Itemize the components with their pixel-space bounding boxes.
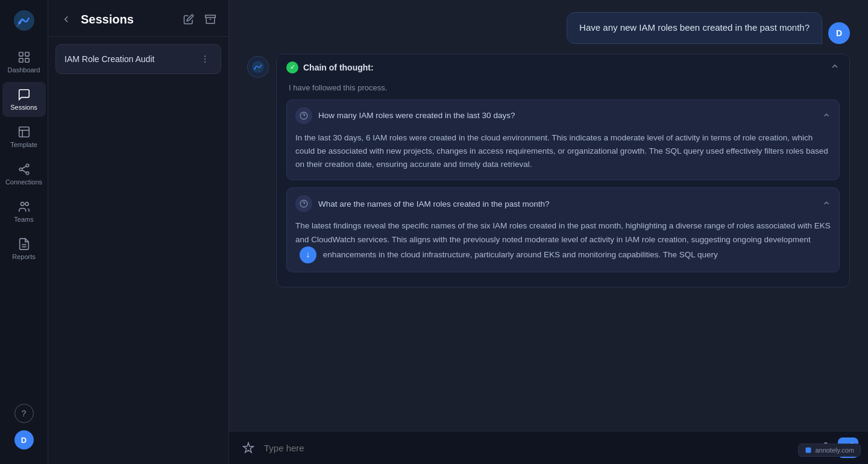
svg-point-11 bbox=[26, 172, 29, 175]
svg-point-15 bbox=[25, 202, 28, 206]
svg-rect-2 bbox=[19, 52, 22, 56]
sidebar-item-dashboard-label: Dashboard bbox=[8, 66, 40, 74]
subquestion-1-answer: In the last 30 days, 6 IAM roles were cr… bbox=[287, 131, 839, 180]
subquestion-block-1: How many IAM roles were created in the l… bbox=[286, 99, 840, 181]
sessions-header: Sessions bbox=[48, 0, 228, 37]
chain-body: I have followed this process. bbox=[277, 81, 849, 287]
svg-point-21 bbox=[204, 58, 206, 60]
scroll-down-indicator: ↓ bbox=[300, 246, 316, 263]
svg-line-13 bbox=[22, 170, 26, 172]
svg-rect-5 bbox=[25, 58, 28, 62]
sidebar-item-template[interactable]: Template bbox=[2, 119, 46, 154]
sidebar-item-dashboard[interactable]: Dashboard bbox=[2, 45, 46, 80]
ai-response-area[interactable]: ✓ Chain of thought: I have followed this… bbox=[229, 44, 868, 431]
svg-rect-6 bbox=[19, 127, 29, 137]
session-item-title: IAM Role Creation Audit bbox=[64, 54, 154, 64]
user-message: Have any new IAM roles been created in t… bbox=[567, 12, 822, 44]
svg-point-22 bbox=[204, 61, 206, 63]
sidebar-item-teams-label: Teams bbox=[14, 216, 33, 223]
subquestion-1-header[interactable]: How many IAM roles were created in the l… bbox=[287, 100, 839, 131]
sidebar-item-teams[interactable]: Teams bbox=[2, 194, 46, 229]
subquestion-2-header[interactable]: What are the names of the IAM roles crea… bbox=[287, 188, 839, 219]
chat-input[interactable] bbox=[264, 443, 809, 453]
sidebar-item-reports[interactable]: Reports bbox=[2, 231, 46, 266]
svg-point-9 bbox=[26, 164, 29, 167]
subq-2-collapse-button[interactable] bbox=[822, 199, 831, 208]
sparkle-button[interactable] bbox=[239, 438, 258, 457]
sidebar-item-reports-label: Reports bbox=[12, 253, 36, 260]
chain-of-thought-title: Chain of thought: bbox=[303, 63, 374, 72]
user-avatar[interactable]: D bbox=[14, 430, 34, 450]
sidebar-logo bbox=[11, 7, 37, 34]
sidebar-item-connections-label: Connections bbox=[5, 178, 42, 186]
help-button[interactable]: ? bbox=[14, 404, 34, 423]
sidebar: Dashboard Sessions Template Connections bbox=[0, 0, 48, 464]
sessions-panel-title: Sessions bbox=[81, 13, 134, 27]
chain-of-thought-container: ✓ Chain of thought: I have followed this… bbox=[276, 54, 850, 287]
edit-button[interactable] bbox=[180, 11, 197, 28]
sidebar-item-connections[interactable]: Connections bbox=[2, 157, 46, 192]
session-item[interactable]: IAM Role Creation Audit bbox=[55, 44, 221, 74]
svg-rect-4 bbox=[19, 58, 22, 62]
main-area: Have any new IAM roles been created in t… bbox=[229, 0, 868, 464]
svg-point-10 bbox=[19, 168, 22, 171]
svg-line-12 bbox=[22, 166, 26, 169]
svg-rect-3 bbox=[25, 52, 28, 56]
back-button[interactable] bbox=[58, 11, 75, 28]
chain-collapse-button[interactable] bbox=[830, 61, 840, 73]
subq-2-icon bbox=[295, 195, 312, 212]
annotely-badge: annotely.com bbox=[798, 444, 861, 457]
user-question-area: Have any new IAM roles been created in t… bbox=[229, 0, 868, 44]
sessions-panel: Sessions IAM Role Creation Audit bbox=[48, 0, 229, 464]
sidebar-item-sessions[interactable]: Sessions bbox=[2, 82, 46, 117]
archive-button[interactable] bbox=[202, 11, 219, 28]
svg-rect-18 bbox=[206, 15, 216, 17]
ai-avatar bbox=[247, 56, 269, 78]
user-message-avatar: D bbox=[828, 22, 850, 44]
chain-check-icon: ✓ bbox=[286, 61, 298, 74]
subquestion-2-text: What are the names of the IAM roles crea… bbox=[318, 199, 549, 208]
svg-point-20 bbox=[204, 55, 206, 57]
ai-response-row: ✓ Chain of thought: I have followed this… bbox=[247, 54, 850, 287]
session-item-menu-button[interactable] bbox=[198, 52, 212, 66]
svg-point-14 bbox=[20, 202, 24, 206]
sidebar-item-sessions-label: Sessions bbox=[10, 104, 37, 111]
subquestion-block-2: What are the names of the IAM roles crea… bbox=[286, 187, 840, 272]
subq-1-icon bbox=[295, 107, 312, 124]
subq-1-collapse-button[interactable] bbox=[822, 111, 831, 121]
session-list: IAM Role Creation Audit bbox=[48, 37, 228, 81]
chat-input-bar bbox=[229, 431, 868, 464]
subq-2-answer-part2: enhancements in the cloud infrastructure… bbox=[321, 249, 718, 259]
chain-of-thought-header: ✓ Chain of thought: bbox=[277, 54, 849, 81]
sidebar-item-template-label: Template bbox=[10, 141, 37, 148]
svg-rect-31 bbox=[806, 448, 811, 453]
svg-point-24 bbox=[254, 68, 255, 69]
subquestion-1-text: How many IAM roles were created in the l… bbox=[318, 111, 515, 120]
chain-process-text: I have followed this process. bbox=[286, 83, 840, 92]
subquestion-2-answer: The latest findings reveal the specific … bbox=[287, 219, 839, 272]
subq-2-answer-part1: The latest findings reveal the specific … bbox=[295, 221, 831, 243]
annotely-label: annotely.com bbox=[815, 447, 854, 454]
